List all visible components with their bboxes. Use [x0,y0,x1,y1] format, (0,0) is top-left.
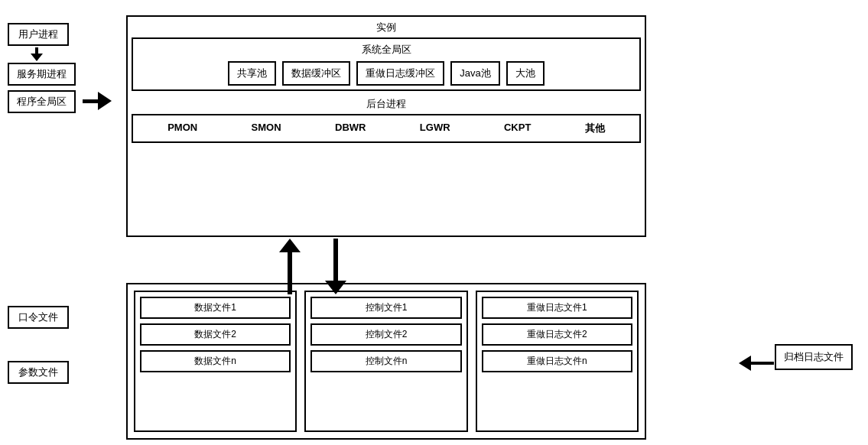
diagram: 用户进程 服务期进程 程序全局区 实例 系统全局区 共享池 数据缓冲区 重做日志… [8,8,857,436]
large-pool: 大池 [506,61,545,86]
program-global-label: 程序全局区 [8,90,76,113]
up-arrow-head [279,239,301,252]
data-buffer: 数据缓冲区 [282,61,350,86]
archive-arrow-head [739,356,751,371]
dbwr: DBWR [335,122,366,135]
redo-file-n: 重做日志文件n [482,350,632,372]
data-files-group: 数据文件1 数据文件2 数据文件n [134,291,297,432]
instance-box: 实例 系统全局区 共享池 数据缓冲区 重做日志缓冲区 Java池 大池 后台进程… [126,15,646,237]
control-files-group: 控制文件1 控制文件2 控制文件n [304,291,467,432]
archive-arrow-stem [751,362,774,365]
arrow-head [98,92,112,110]
down-arrow-stem [333,239,338,281]
pglobal-arrow [83,92,112,110]
arrow-stem [83,99,98,103]
java-pool: Java池 [450,61,499,86]
ckpt: CKPT [504,122,531,135]
archive-label: 归档日志文件 [775,344,853,370]
control-file-1: 控制文件1 [310,297,461,319]
lgwr: LGWR [420,122,450,135]
redo-file-1: 重做日志文件1 [482,297,632,319]
sys-global-box: 系统全局区 共享池 数据缓冲区 重做日志缓冲区 Java池 大池 [132,37,641,91]
smon: SMON [252,122,281,135]
other: 其他 [585,122,605,135]
pmon: PMON [167,122,197,135]
redo-log-buffer: 重做日志缓冲区 [356,61,444,86]
param-file-label: 参数文件 [8,361,69,384]
instance-label: 实例 [132,21,641,34]
data-file-1: 数据文件1 [140,297,291,319]
server-process-label: 服务期进程 [8,63,76,86]
bg-process-label: 后台进程 [132,97,641,111]
control-file-2: 控制文件2 [310,323,461,346]
left-labels: 用户进程 服务期进程 程序全局区 [8,23,76,113]
password-file-label: 口令文件 [8,306,69,329]
memory-items: 共享池 数据缓冲区 重做日志缓冲区 Java池 大池 [137,61,636,86]
files-outer-box: 数据文件1 数据文件2 数据文件n 控制文件1 控制文件2 控制文件n 重做日志… [126,283,646,440]
archive-arrow [739,356,774,371]
redo-file-2: 重做日志文件2 [482,323,632,346]
data-file-2: 数据文件2 [140,323,291,346]
user-process-label: 用户进程 [8,23,69,46]
control-file-n: 控制文件n [310,350,461,372]
shared-pool: 共享池 [228,61,276,86]
redo-files-group: 重做日志文件1 重做日志文件2 重做日志文件n [476,291,639,432]
left-file-labels: 口令文件 参数文件 [8,306,69,384]
bg-process-box: PMON SMON DBWR LGWR CKPT 其他 [132,114,641,143]
data-file-n: 数据文件n [140,350,291,372]
sys-global-label: 系统全局区 [137,43,636,57]
